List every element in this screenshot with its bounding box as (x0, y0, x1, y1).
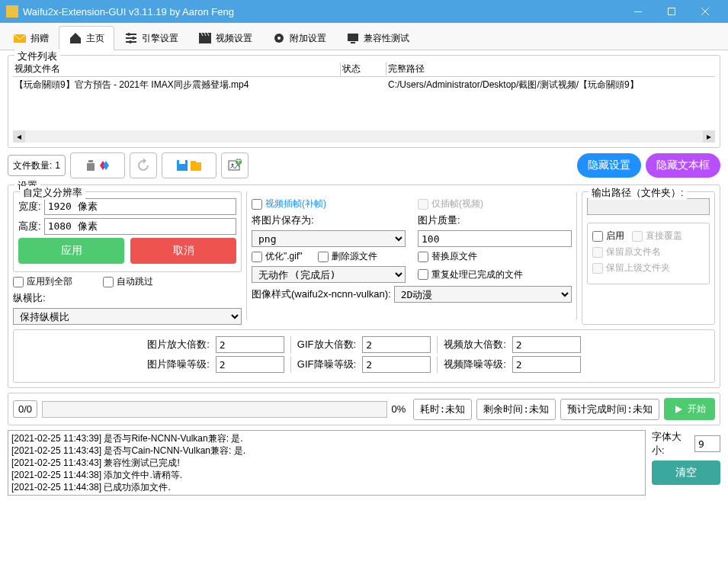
filelist-group: 文件列表 视频文件名 状态 完整路径 【玩命關頭9】官方預告 - 2021年 I… (8, 55, 720, 148)
svg-rect-0 (634, 11, 642, 12)
tab-addon[interactable]: 附加设置 (262, 26, 336, 50)
gif-denoise-label: GIF降噪等级: (297, 358, 356, 371)
col-path[interactable]: 完整路径 (386, 63, 715, 75)
close-button[interactable] (688, 0, 722, 23)
monitor-icon (346, 31, 360, 45)
vid-scale-label: 视频放大倍数: (444, 338, 506, 351)
del-src-check[interactable]: 删除源文件 (318, 250, 377, 263)
svg-rect-1 (669, 8, 675, 15)
svg-rect-11 (199, 36, 211, 43)
output-group: 输出路径（文件夹）: 启用 直接覆盖 保留原文件名 保留上级文件夹 (582, 191, 715, 325)
font-size-input[interactable] (694, 435, 720, 452)
img-denoise-label: 图片降噪等级: (147, 358, 210, 371)
height-input[interactable] (44, 218, 236, 235)
after-action-select[interactable]: 无动作 (完成后) (252, 266, 406, 283)
style-label: 图像样式(waifu2x-ncnn-vulkan): (252, 287, 391, 301)
interp-check[interactable]: 视频插帧(补帧) (252, 197, 406, 210)
file-count-box: 文件数量: 1 (8, 155, 66, 176)
gear-icon (272, 31, 286, 45)
style-select[interactable]: 2D动漫 (394, 286, 572, 303)
svg-point-8 (127, 33, 130, 36)
delete-buttons[interactable] (70, 152, 125, 178)
width-label: 宽度: (18, 200, 41, 213)
img-scale-input[interactable] (216, 336, 284, 353)
elapsed-box: 耗时:未知 (413, 399, 473, 420)
cell-name: 【玩命關頭9】官方預告 - 2021年 IMAX同步震撼登場.mp4 (13, 79, 341, 91)
progress-count: 0/0 (13, 400, 37, 418)
envelope-icon (13, 31, 27, 45)
svg-point-9 (132, 37, 135, 40)
vid-denoise-label: 视频降噪等级: (444, 358, 506, 371)
svg-text:+: + (236, 158, 241, 166)
svg-rect-22 (179, 160, 185, 164)
hide-textbox-button[interactable]: 隐藏文本框 (646, 153, 720, 178)
gif-scale-input[interactable] (362, 336, 431, 353)
home-icon (69, 31, 82, 45)
keep-name-check: 保留原文件名 (592, 245, 661, 258)
output-path-input[interactable] (587, 198, 710, 215)
remaining-box: 剩余时间:未知 (476, 399, 556, 420)
vid-denoise-input[interactable] (512, 356, 581, 373)
clear-button[interactable]: 清空 (652, 460, 720, 485)
save-as-select[interactable]: png (252, 230, 406, 247)
refresh-button[interactable] (130, 152, 157, 178)
quality-input[interactable] (418, 230, 572, 247)
h-scrollbar[interactable]: ◂ ▸ (13, 130, 715, 143)
save-open-buttons[interactable] (162, 152, 216, 178)
interp-only-check: 仅插帧(视频) (418, 197, 572, 210)
auto-skip-check[interactable]: 自动跳过 (103, 275, 153, 288)
col-status[interactable]: 状态 (341, 63, 386, 75)
cancel-button[interactable]: 取消 (130, 238, 236, 264)
play-icon (673, 404, 684, 415)
width-input[interactable] (44, 198, 236, 215)
tab-home-label: 主页 (86, 32, 104, 45)
minimize-button[interactable] (621, 0, 655, 23)
svg-rect-18 (348, 34, 358, 41)
settings-group: 设置 自定义分辨率 宽度: 高度: 应用 取消 (8, 185, 720, 388)
file-count-label: 文件数量: (13, 160, 52, 171)
file-count-value: 1 (55, 160, 60, 171)
reprocess-check[interactable]: 重复处理已完成的文件 (418, 266, 572, 283)
table-row[interactable]: 【玩命關頭9】官方預告 - 2021年 IMAX同步震撼登場.mp4 C:/Us… (13, 77, 715, 92)
hide-settings-button[interactable]: 隐藏设置 (577, 153, 641, 178)
tab-video-label: 视频设置 (216, 32, 252, 45)
overwrite-check: 直接覆盖 (632, 229, 682, 242)
start-button[interactable]: 开始 (664, 398, 715, 420)
titlebar: Waifu2x-Extension-GUI v3.11.19 by Aaron … (0, 0, 728, 23)
quality-label: 图片质量: (418, 214, 460, 226)
clapper-icon (198, 31, 212, 45)
vid-scale-input[interactable] (512, 336, 581, 353)
sliders-icon (124, 31, 138, 45)
tab-video[interactable]: 视频设置 (188, 26, 262, 50)
aspect-select[interactable]: 保持纵横比 (13, 308, 242, 325)
tab-engine[interactable]: 引擎设置 (114, 26, 188, 50)
window-title: Waifu2x-Extension-GUI v3.11.19 by Aaron … (23, 6, 621, 18)
filelist-header: 视频文件名 状态 完整路径 (13, 62, 715, 77)
tab-compat-label: 兼容性测试 (364, 32, 409, 45)
enable-check[interactable]: 启用 (592, 229, 624, 242)
tab-donate[interactable]: 捐赠 (3, 26, 59, 50)
apply-all-check[interactable]: 应用到全部 (13, 275, 72, 288)
replace-src-check[interactable]: 替换原文件 (418, 250, 572, 263)
scroll-left-icon[interactable]: ◂ (13, 130, 25, 143)
resolution-title: 自定义分辨率 (20, 186, 85, 200)
tab-compat[interactable]: 兼容性测试 (336, 26, 419, 50)
tab-donate-label: 捐赠 (30, 32, 49, 45)
opt-gif-check[interactable]: 优化".gif" (252, 250, 303, 263)
gif-denoise-input[interactable] (362, 356, 431, 373)
resolution-group: 自定义分辨率 宽度: 高度: 应用 取消 (13, 191, 242, 272)
filelist-body[interactable]: 【玩命關頭9】官方預告 - 2021年 IMAX同步震撼登場.mp4 C:/Us… (13, 77, 715, 130)
tab-home[interactable]: 主页 (59, 26, 114, 50)
add-image-button[interactable]: + (221, 152, 249, 178)
img-denoise-input[interactable] (216, 356, 284, 373)
svg-point-10 (129, 40, 132, 43)
col-name[interactable]: 视频文件名 (13, 63, 341, 75)
scroll-right-icon[interactable]: ▸ (703, 130, 715, 143)
maximize-button[interactable] (655, 0, 688, 23)
toolbar: 文件数量: 1 + 隐藏设置 隐藏文本框 (8, 152, 720, 178)
apply-button[interactable]: 应用 (18, 238, 124, 264)
log-textbox[interactable]: [2021-02-25 11:43:39] 是否与Rife-NCNN-Vulka… (8, 430, 646, 496)
eta-box: 预计完成时间:未知 (560, 399, 659, 420)
progress-bar (42, 401, 386, 418)
aspect-label: 纵横比: (13, 291, 46, 305)
